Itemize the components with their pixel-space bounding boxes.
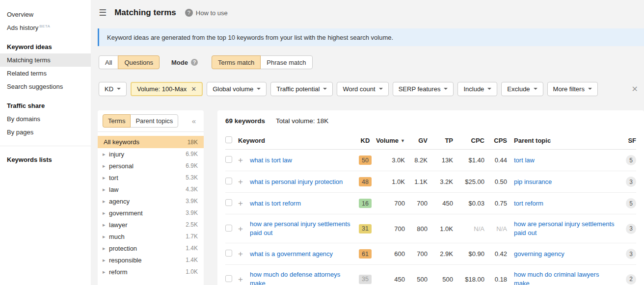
include-filter-button[interactable]: Include xyxy=(457,82,497,96)
row-checkbox[interactable] xyxy=(225,275,232,282)
sidebar-item-search-suggestions[interactable]: Search suggestions xyxy=(0,80,91,93)
parent-topic-link[interactable]: pip insurance xyxy=(514,178,556,186)
tab-terms-match[interactable]: Terms match xyxy=(212,55,261,69)
keyword-link[interactable]: what is personal injury protection xyxy=(250,178,347,186)
parent-topic-link[interactable]: how are personal injury settlements paid… xyxy=(514,220,619,237)
add-to-list-icon[interactable]: + xyxy=(238,177,243,186)
expand-caret-icon[interactable]: ▸ xyxy=(103,151,109,157)
tab-terms[interactable]: Terms xyxy=(103,114,131,128)
word-count-filter-button[interactable]: Word count xyxy=(337,82,388,96)
how-to-use-label: How to use xyxy=(196,9,228,17)
expand-caret-icon[interactable]: ▸ xyxy=(103,198,109,205)
expand-caret-icon[interactable]: ▸ xyxy=(103,163,109,169)
volume-filter-button[interactable]: Volume: 100-Max ✕ xyxy=(131,82,203,96)
add-to-list-icon[interactable]: + xyxy=(238,275,243,284)
tab-questions[interactable]: Questions xyxy=(118,55,160,69)
serp-features-badge[interactable]: 3 xyxy=(626,249,636,259)
sidebar-item-overview[interactable]: Overview xyxy=(0,8,91,21)
serp-features-badge[interactable]: 3 xyxy=(626,224,636,234)
clear-all-filters-icon[interactable]: ✕ xyxy=(630,84,640,94)
sidebar-item-by-domains[interactable]: By domains xyxy=(0,112,91,126)
row-checkbox[interactable] xyxy=(225,250,232,257)
keyword-link[interactable]: how are personal injury settlements paid… xyxy=(250,220,355,237)
expand-caret-icon[interactable]: ▸ xyxy=(103,186,109,193)
serp-features-badge[interactable]: 3 xyxy=(626,177,636,187)
expand-caret-icon[interactable]: ▸ xyxy=(103,210,109,216)
term-item[interactable]: ▸ responsible 1.4K xyxy=(98,254,204,266)
all-keywords-count: 18K xyxy=(188,139,198,146)
sidebar-item-ads-history[interactable]: Ads historyBETA xyxy=(0,21,91,34)
sidebar-item-by-pages[interactable]: By pages xyxy=(0,126,91,139)
column-header-keyword[interactable]: Keyword xyxy=(238,132,355,150)
expand-caret-icon[interactable]: ▸ xyxy=(103,233,109,240)
expand-caret-icon[interactable]: ▸ xyxy=(103,175,109,181)
menu-icon[interactable]: ☰ xyxy=(99,8,107,17)
global-volume-filter-button[interactable]: Global volume xyxy=(207,82,267,96)
add-to-list-icon[interactable]: + xyxy=(238,155,243,165)
sidebar-header-traffic-share: Traffic share xyxy=(0,99,91,112)
collapse-panel-icon[interactable]: « xyxy=(192,117,196,125)
column-header-parent-topic[interactable]: Parent topic xyxy=(507,132,619,150)
mode-help-icon[interactable]: ? xyxy=(191,59,198,66)
expand-caret-icon[interactable]: ▸ xyxy=(103,245,109,252)
term-item[interactable]: ▸ much 1.7K xyxy=(98,231,204,242)
tab-parent-topics[interactable]: Parent topics xyxy=(130,114,178,128)
sidebar-item-related-terms[interactable]: Related terms xyxy=(0,67,91,80)
term-item[interactable]: ▸ protection 1.4K xyxy=(98,242,204,254)
parent-topic-link[interactable]: tort reform xyxy=(514,199,547,208)
term-item[interactable]: ▸ lawyer 2.5K xyxy=(98,219,204,231)
keyword-link[interactable]: how much do defense attorneys make xyxy=(250,270,355,285)
sidebar-item-matching-terms[interactable]: Matching terms xyxy=(0,53,91,67)
term-item[interactable]: ▸ law 4.3K xyxy=(98,183,204,195)
parent-topic-link[interactable]: how much do criminal lawyers make xyxy=(514,270,619,285)
column-header-tp[interactable]: TP xyxy=(428,132,453,150)
parent-topic-link[interactable]: tort law xyxy=(514,156,538,165)
term-item[interactable]: ▸ tort 5.3K xyxy=(98,172,204,183)
tp-cell: 500 xyxy=(428,265,453,285)
term-item[interactable]: ▸ government 3.9K xyxy=(98,207,204,219)
keyword-link[interactable]: what is tort reform xyxy=(250,199,305,208)
traffic-potential-filter-button[interactable]: Traffic potential xyxy=(270,82,333,96)
term-item[interactable]: ▸ reform 1.0K xyxy=(98,266,204,278)
column-header-cpc[interactable]: CPC xyxy=(453,132,484,150)
column-header-sf[interactable]: SF xyxy=(619,132,636,150)
serp-features-filter-button[interactable]: SERP features xyxy=(393,82,454,96)
serp-features-badge[interactable]: 5 xyxy=(626,198,636,208)
parent-topic-link[interactable]: governing agency xyxy=(514,250,568,259)
row-checkbox[interactable] xyxy=(225,225,232,232)
row-checkbox[interactable] xyxy=(225,178,232,184)
column-header-cps[interactable]: CPS xyxy=(484,132,507,150)
sidebar-divider xyxy=(0,146,91,146)
add-to-list-icon[interactable]: + xyxy=(238,249,243,259)
column-header-volume[interactable]: Volume▼ xyxy=(376,132,405,150)
how-to-use-link[interactable]: ? How to use xyxy=(185,9,228,17)
more-filters-button[interactable]: More filters xyxy=(547,82,598,96)
term-item[interactable]: ▸ agency 3.9K xyxy=(98,195,204,207)
all-keywords-item[interactable]: All keywords 18K xyxy=(98,136,204,148)
exclude-filter-button[interactable]: Exclude xyxy=(501,82,543,96)
expand-caret-icon[interactable]: ▸ xyxy=(103,269,109,275)
term-count: 1.4K xyxy=(186,257,198,263)
row-checkbox[interactable] xyxy=(225,156,232,163)
term-item[interactable]: ▸ injury 6.9K xyxy=(98,148,204,160)
column-header-kd[interactable]: KD xyxy=(355,132,376,150)
keyword-link[interactable]: what is tort law xyxy=(250,156,296,165)
term-label: government xyxy=(109,209,186,217)
expand-caret-icon[interactable]: ▸ xyxy=(103,257,109,263)
keyword-link[interactable]: what is a government agency xyxy=(250,250,337,259)
add-to-list-icon[interactable]: + xyxy=(238,224,243,233)
row-checkbox[interactable] xyxy=(225,199,232,206)
column-header-gv[interactable]: GV xyxy=(405,132,428,150)
tab-phrase-match[interactable]: Phrase match xyxy=(260,55,312,69)
expand-caret-icon[interactable]: ▸ xyxy=(103,222,109,228)
tab-all[interactable]: All xyxy=(99,55,118,69)
serp-features-badge[interactable]: 5 xyxy=(626,155,636,165)
kd-filter-button[interactable]: KD xyxy=(99,82,127,96)
add-to-list-icon[interactable]: + xyxy=(238,199,243,208)
chevron-down-icon xyxy=(444,88,448,90)
clear-volume-filter-icon[interactable]: ✕ xyxy=(191,85,196,93)
select-all-checkbox[interactable] xyxy=(225,136,232,143)
serp-features-badge[interactable]: 2 xyxy=(626,274,636,285)
info-banner-text: Keyword ideas are generated from the top… xyxy=(107,34,393,41)
term-item[interactable]: ▸ personal 6.9K xyxy=(98,160,204,172)
